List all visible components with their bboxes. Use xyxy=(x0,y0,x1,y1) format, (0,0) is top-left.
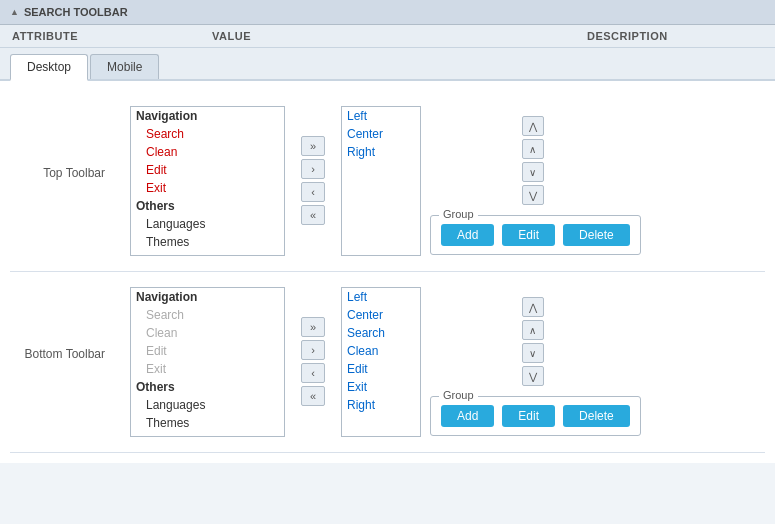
right-list-item[interactable]: Exit xyxy=(342,378,420,396)
top-add-button[interactable]: Add xyxy=(441,224,494,246)
tabs-bar: Desktop Mobile xyxy=(0,48,775,81)
list-item[interactable]: HelpCase xyxy=(131,432,284,437)
bottom-nav-group-label: Navigation xyxy=(131,288,284,306)
right-list-item[interactable]: Edit xyxy=(342,360,420,378)
toolbar-header: ▲ SEARCH TOOLBAR xyxy=(0,0,775,25)
bottom-group-buttons: Add Edit Delete xyxy=(441,405,630,427)
up-btn[interactable]: ∧ xyxy=(522,139,544,159)
top-left-listbox[interactable]: Navigation Search Clean Edit Exit Others… xyxy=(130,106,285,256)
bottom-delete-button[interactable]: Delete xyxy=(563,405,630,427)
double-left-arrow-btn[interactable]: « xyxy=(301,205,325,225)
collapse-triangle: ▲ xyxy=(10,7,19,17)
right-list-item[interactable]: Center xyxy=(342,306,420,324)
description-header: DESCRIPTION xyxy=(575,25,775,47)
top-delete-button[interactable]: Delete xyxy=(563,224,630,246)
bottom-right-section: Left Center Search Clean Edit Exit Right… xyxy=(341,287,641,437)
bottom-updown-controls: ⋀ ∧ ∨ ⋁ xyxy=(425,287,641,386)
top-nav-group-label: Navigation xyxy=(131,107,284,125)
list-item[interactable]: Themes xyxy=(131,414,284,432)
top-left-list-container: Navigation Search Clean Edit Exit Others… xyxy=(130,106,285,256)
right-list-item[interactable]: Left xyxy=(342,107,420,125)
list-item[interactable]: Exit xyxy=(131,360,284,378)
bottom-group-box: Group Add Edit Delete xyxy=(430,396,641,436)
bottom-up-top-btn[interactable]: ⋀ xyxy=(522,297,544,317)
top-arrow-controls: » › ‹ « xyxy=(295,106,331,225)
bottom-edit-button[interactable]: Edit xyxy=(502,405,555,427)
bottom-single-left-arrow-btn[interactable]: ‹ xyxy=(301,363,325,383)
bottom-double-right-arrow-btn[interactable]: » xyxy=(301,317,325,337)
attribute-header: ATTRIBUTE xyxy=(0,25,200,47)
bottom-toolbar-section: Bottom Toolbar Navigation Search Clean E… xyxy=(10,272,765,453)
right-list-item[interactable]: Search xyxy=(342,324,420,342)
value-header: VALUE xyxy=(200,25,575,47)
single-left-arrow-btn[interactable]: ‹ xyxy=(301,182,325,202)
bottom-toolbar-label: Bottom Toolbar xyxy=(20,287,120,361)
right-list-item[interactable]: Right xyxy=(342,143,420,161)
list-item[interactable]: Clean xyxy=(131,324,284,342)
bottom-double-left-arrow-btn[interactable]: « xyxy=(301,386,325,406)
list-item[interactable]: Search xyxy=(131,125,284,143)
top-group-box: Group Add Edit Delete xyxy=(430,215,641,255)
bottom-down-btn[interactable]: ∨ xyxy=(522,343,544,363)
tab-desktop[interactable]: Desktop xyxy=(10,54,88,81)
bottom-right-listbox[interactable]: Left Center Search Clean Edit Exit Right xyxy=(341,287,421,437)
single-right-arrow-btn[interactable]: › xyxy=(301,159,325,179)
bottom-add-button[interactable]: Add xyxy=(441,405,494,427)
list-item[interactable]: HelpCase xyxy=(131,251,284,256)
right-list-item[interactable]: Right xyxy=(342,396,420,414)
list-item[interactable]: Search xyxy=(131,306,284,324)
top-edit-button[interactable]: Edit xyxy=(502,224,555,246)
double-right-arrow-btn[interactable]: » xyxy=(301,136,325,156)
top-toolbar-section: Top Toolbar Navigation Search Clean Edit… xyxy=(10,91,765,272)
top-group-label: Group xyxy=(439,208,478,220)
bottom-others-group-label: Others xyxy=(131,378,284,396)
top-right-section: Left Center Right ⋀ ∧ ∨ ⋁ Group Add Edit… xyxy=(341,106,641,256)
list-item[interactable]: Themes xyxy=(131,233,284,251)
bottom-down-bottom-btn[interactable]: ⋁ xyxy=(522,366,544,386)
top-controls-group: ⋀ ∧ ∨ ⋁ Group Add Edit Delete xyxy=(425,106,641,255)
up-top-btn[interactable]: ⋀ xyxy=(522,116,544,136)
list-item[interactable]: Edit xyxy=(131,342,284,360)
bottom-controls-group: ⋀ ∧ ∨ ⋁ Group Add Edit Delete xyxy=(425,287,641,436)
toolbar-title: SEARCH TOOLBAR xyxy=(24,6,128,18)
right-list-item[interactable]: Left xyxy=(342,288,420,306)
top-updown-controls: ⋀ ∧ ∨ ⋁ xyxy=(425,106,641,205)
list-item[interactable]: Languages xyxy=(131,396,284,414)
list-item[interactable]: Clean xyxy=(131,143,284,161)
top-group-buttons: Add Edit Delete xyxy=(441,224,630,246)
list-item[interactable]: Edit xyxy=(131,161,284,179)
bottom-group-label: Group xyxy=(439,389,478,401)
bottom-left-listbox[interactable]: Navigation Search Clean Edit Exit Others… xyxy=(130,287,285,437)
tab-mobile[interactable]: Mobile xyxy=(90,54,159,79)
down-bottom-btn[interactable]: ⋁ xyxy=(522,185,544,205)
right-list-item[interactable]: Clean xyxy=(342,342,420,360)
down-btn[interactable]: ∨ xyxy=(522,162,544,182)
bottom-arrow-controls: » › ‹ « xyxy=(295,287,331,406)
top-right-listbox[interactable]: Left Center Right xyxy=(341,106,421,256)
top-toolbar-label: Top Toolbar xyxy=(20,106,120,180)
list-item[interactable]: Languages xyxy=(131,215,284,233)
top-others-group-label: Others xyxy=(131,197,284,215)
column-headers: ATTRIBUTE VALUE DESCRIPTION xyxy=(0,25,775,48)
bottom-single-right-arrow-btn[interactable]: › xyxy=(301,340,325,360)
main-content: Top Toolbar Navigation Search Clean Edit… xyxy=(0,81,775,463)
list-item[interactable]: Exit xyxy=(131,179,284,197)
bottom-up-btn[interactable]: ∧ xyxy=(522,320,544,340)
bottom-left-list-container: Navigation Search Clean Edit Exit Others… xyxy=(130,287,285,437)
right-list-item[interactable]: Center xyxy=(342,125,420,143)
